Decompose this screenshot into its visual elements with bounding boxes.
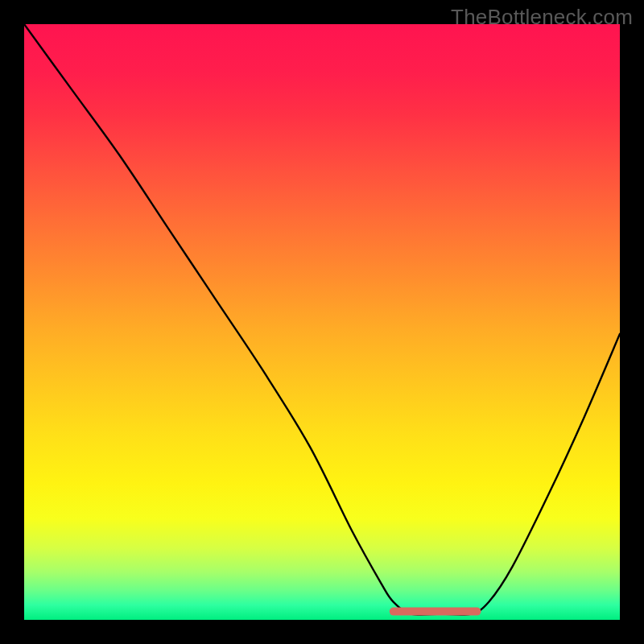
- bottleneck-curve-path: [24, 24, 620, 615]
- plot-area: [24, 24, 620, 620]
- watermark-text: TheBottleneck.com: [451, 5, 633, 30]
- curve-svg: [24, 24, 620, 620]
- chart-frame: TheBottleneck.com: [0, 0, 644, 644]
